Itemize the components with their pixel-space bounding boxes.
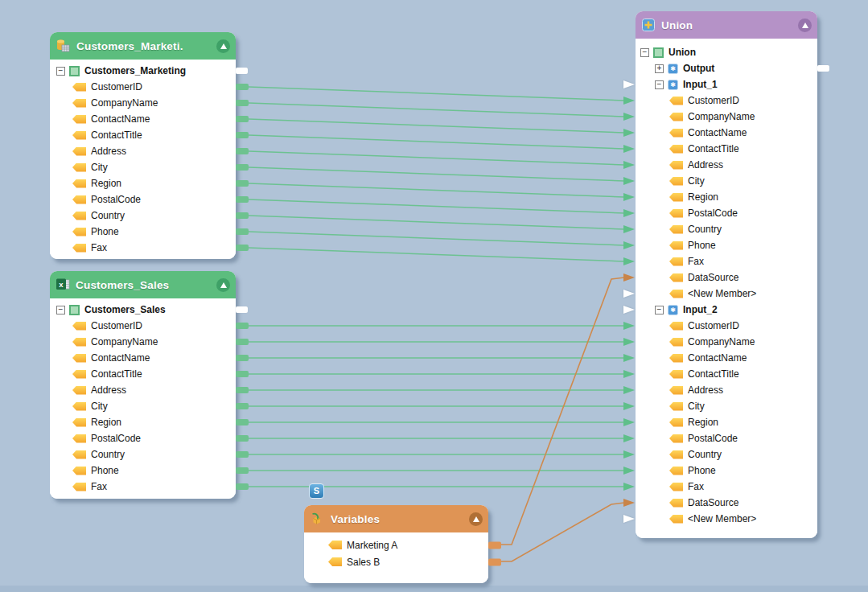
mapping-canvas[interactable]: Customers_Marketi. − Customers_Marketing… xyxy=(0,0,868,592)
field-row[interactable]: Region xyxy=(636,414,817,430)
tree-root-row[interactable]: − Union xyxy=(636,44,817,60)
triangle-up-icon xyxy=(220,43,227,49)
field-row[interactable]: Region xyxy=(636,189,817,205)
field-icon xyxy=(669,499,683,508)
field-row[interactable]: PostalCode xyxy=(636,430,817,446)
field-label: Address xyxy=(688,384,723,396)
component-header[interactable]: x Customers_Sales xyxy=(50,271,236,298)
tree-root-row[interactable]: − Customers_Marketing xyxy=(50,63,236,79)
collapse-button[interactable] xyxy=(469,512,483,526)
component-customers-sales[interactable]: x Customers_Sales − Customers_Sales Cust… xyxy=(50,271,236,499)
field-row[interactable]: ContactTitle xyxy=(636,366,817,382)
collapse-button[interactable] xyxy=(798,18,812,32)
field-icon xyxy=(72,228,86,236)
component-customers-marketing[interactable]: Customers_Marketi. − Customers_Marketing… xyxy=(50,32,236,259)
field-row[interactable]: ContactTitle xyxy=(636,141,817,157)
component-header[interactable]: Customers_Marketi. xyxy=(50,32,236,60)
field-icon xyxy=(328,557,342,566)
component-header[interactable]: Variables xyxy=(304,505,488,532)
field-row[interactable]: CustomerID xyxy=(636,318,817,334)
collapse-toggle[interactable]: − xyxy=(56,67,65,76)
field-row[interactable]: Phone xyxy=(50,224,236,240)
variable-row[interactable]: Marketing A xyxy=(304,536,488,553)
field-row[interactable]: ContactTitle xyxy=(50,127,236,143)
field-row[interactable]: ContactName xyxy=(50,111,236,127)
field-label: Address xyxy=(688,159,723,171)
field-label: ContactName xyxy=(91,113,150,125)
collapse-toggle[interactable]: − xyxy=(655,306,664,314)
input1-row[interactable]: − ✱ Input_1 xyxy=(636,76,817,92)
field-icon xyxy=(72,244,86,253)
field-label: ContactName xyxy=(91,352,150,364)
field-row[interactable]: DataSource xyxy=(636,269,817,286)
field-row[interactable]: Fax xyxy=(636,253,817,269)
collapse-button[interactable] xyxy=(216,278,230,292)
field-row[interactable]: PostalCode xyxy=(50,430,236,446)
star-glyph: ✱ xyxy=(670,65,676,72)
field-row[interactable]: Address xyxy=(50,143,236,159)
field-row[interactable]: CompanyName xyxy=(50,95,236,111)
field-row[interactable]: ContactName xyxy=(50,350,236,366)
field-row[interactable]: City xyxy=(636,173,817,189)
collapse-toggle[interactable]: − xyxy=(655,80,664,89)
field-row[interactable]: Country xyxy=(50,208,236,224)
field-row[interactable]: CustomerID xyxy=(50,79,236,95)
field-row[interactable]: CustomerID xyxy=(50,318,236,334)
field-row[interactable]: DataSource xyxy=(636,495,817,511)
field-label: CustomerID xyxy=(688,95,739,106)
field-row[interactable]: City xyxy=(50,398,236,414)
input1-label: Input_1 xyxy=(683,79,718,90)
field-row[interactable]: City xyxy=(636,398,817,414)
field-row[interactable]: Region xyxy=(50,414,236,430)
field-row[interactable]: <New Member> xyxy=(636,511,817,527)
tree-root-row[interactable]: − Customers_Sales xyxy=(50,302,236,318)
field-label: Address xyxy=(91,384,126,396)
structure-node-icon xyxy=(653,47,664,58)
field-row[interactable]: ContactTitle xyxy=(50,366,236,382)
field-row[interactable]: Phone xyxy=(636,237,817,253)
field-icon xyxy=(669,515,683,524)
field-row[interactable]: Fax xyxy=(636,479,817,495)
root-label: Customers_Sales xyxy=(84,304,166,315)
field-row[interactable]: Address xyxy=(636,382,817,398)
collapse-toggle[interactable]: − xyxy=(56,306,65,314)
variable-row[interactable]: Sales B xyxy=(304,553,488,570)
field-row[interactable]: Fax xyxy=(50,240,236,256)
field-icon xyxy=(669,273,683,282)
component-union[interactable]: Union − Union + ✱ Output − ✱ Input_1 xyxy=(636,11,817,538)
field-row[interactable]: Country xyxy=(636,446,817,462)
field-row[interactable]: Fax xyxy=(50,479,236,495)
star-glyph: ✱ xyxy=(670,306,676,314)
field-icon xyxy=(72,418,86,427)
expand-toggle[interactable]: + xyxy=(655,64,664,73)
field-row[interactable]: Address xyxy=(50,382,236,398)
field-row[interactable]: CompanyName xyxy=(636,109,817,125)
field-row[interactable]: Region xyxy=(50,175,236,191)
component-header[interactable]: Union xyxy=(636,11,817,39)
field-row[interactable]: ContactName xyxy=(636,125,817,141)
field-row[interactable]: Country xyxy=(50,446,236,462)
field-row[interactable]: CompanyName xyxy=(50,334,236,350)
field-row[interactable]: Address xyxy=(636,157,817,173)
field-icon xyxy=(669,113,683,121)
field-icon xyxy=(669,402,683,411)
component-variables[interactable]: Variables Marketing A Sales B xyxy=(304,505,488,583)
field-row[interactable]: City xyxy=(50,159,236,175)
field-row[interactable]: CompanyName xyxy=(636,334,817,350)
collapse-button[interactable] xyxy=(216,39,230,53)
field-label: Phone xyxy=(91,465,119,476)
field-row[interactable]: PostalCode xyxy=(50,191,236,208)
field-row[interactable]: Phone xyxy=(636,462,817,479)
field-icon xyxy=(72,195,86,204)
field-row[interactable]: ContactName xyxy=(636,350,817,366)
field-row[interactable]: Phone xyxy=(50,462,236,479)
field-row[interactable]: <New Member> xyxy=(636,286,817,302)
field-row[interactable]: Country xyxy=(636,221,817,237)
field-row[interactable]: PostalCode xyxy=(636,205,817,221)
output-row[interactable]: + ✱ Output xyxy=(636,60,817,76)
collapse-toggle[interactable]: − xyxy=(640,48,649,57)
field-label: <New Member> xyxy=(688,288,756,299)
field-row[interactable]: CustomerID xyxy=(636,92,817,109)
input2-row[interactable]: − ✱ Input_2 xyxy=(636,302,817,318)
field-label: Country xyxy=(91,210,125,221)
